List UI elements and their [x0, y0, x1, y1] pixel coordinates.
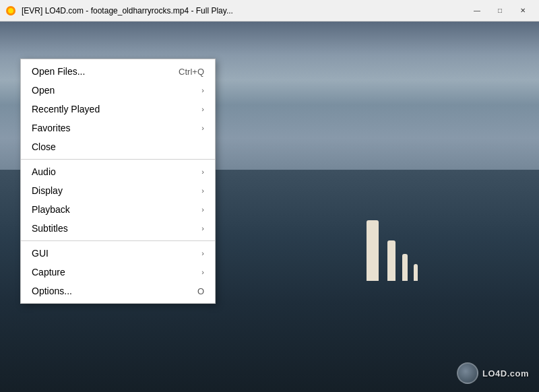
- menu-item-display[interactable]: Display›: [21, 181, 215, 200]
- menu-item-arrow: ›: [201, 124, 204, 132]
- watermark-text: LO4D.com: [482, 368, 529, 379]
- menu-item-label: Open Files...: [32, 66, 152, 77]
- menu-group-2: Audio›Display›Playback›Subtitles›: [21, 162, 215, 238]
- video-rocks: [367, 220, 418, 281]
- rock-4: [414, 264, 418, 281]
- menu-item-label: Close: [32, 141, 204, 152]
- menu-item-arrow: ›: [201, 205, 204, 214]
- menu-item-options---[interactable]: Options...O: [21, 282, 215, 300]
- window-title: [EVR] LO4D.com - footage_oldharryrocks.m…: [22, 6, 466, 15]
- menu-item-open[interactable]: Open›: [21, 81, 215, 100]
- menu-group-3: GUI›Capture›Options...O: [21, 244, 215, 300]
- menu-item-gui[interactable]: GUI›: [21, 244, 215, 263]
- menu-item-label: Subtitles: [32, 223, 188, 234]
- close-button[interactable]: ✕: [512, 4, 534, 18]
- menu-item-capture[interactable]: Capture›: [21, 263, 215, 282]
- menu-item-label: Display: [32, 185, 188, 196]
- app-icon: [5, 5, 16, 16]
- maximize-button[interactable]: □: [489, 4, 511, 18]
- menu-item-label: GUI: [32, 248, 188, 259]
- menu-item-subtitles[interactable]: Subtitles›: [21, 219, 215, 238]
- menu-item-label: Options...: [32, 286, 170, 296]
- menu-item-label: Favorites: [32, 123, 188, 133]
- menu-item-label: Audio: [32, 166, 188, 177]
- menu-item-label: Open: [32, 85, 188, 96]
- watermark: LO4D.com: [457, 362, 529, 384]
- rock-3: [402, 254, 408, 281]
- menu-item-close[interactable]: Close: [21, 137, 215, 156]
- svg-point-1: [8, 8, 13, 13]
- menu-item-shortcut: Ctrl+Q: [179, 67, 204, 77]
- menu-item-label: Capture: [32, 267, 188, 277]
- rock-2: [387, 240, 395, 281]
- menu-item-arrow: ›: [201, 224, 204, 232]
- minimize-button[interactable]: —: [466, 4, 488, 18]
- menu-item-arrow: ›: [201, 86, 204, 94]
- menu-item-shortcut: O: [197, 286, 204, 296]
- menu-divider-1: [21, 159, 215, 160]
- menu-item-arrow: ›: [201, 268, 204, 276]
- menu-item-arrow: ›: [201, 168, 204, 176]
- menu-item-audio[interactable]: Audio›: [21, 162, 215, 181]
- window-controls: — □ ✕: [466, 4, 534, 18]
- menu-item-open-files---[interactable]: Open Files...Ctrl+Q: [21, 62, 215, 81]
- menu-item-label: Recently Played: [32, 104, 188, 115]
- menu-divider-2: [21, 240, 215, 241]
- menu-item-playback[interactable]: Playback›: [21, 200, 215, 219]
- watermark-logo: [457, 362, 478, 384]
- menu-item-arrow: ›: [201, 187, 204, 195]
- menu-item-arrow: ›: [201, 105, 204, 113]
- menu-item-favorites[interactable]: Favorites›: [21, 119, 215, 137]
- menu-group-1: Open Files...Ctrl+QOpen›Recently Played›…: [21, 62, 215, 156]
- menu-item-recently-played[interactable]: Recently Played›: [21, 100, 215, 119]
- titlebar: [EVR] LO4D.com - footage_oldharryrocks.m…: [0, 0, 539, 22]
- menu-item-arrow: ›: [201, 249, 204, 257]
- rock-1: [367, 220, 379, 281]
- menu-item-label: Playback: [32, 204, 188, 215]
- context-menu: Open Files...Ctrl+QOpen›Recently Played›…: [20, 59, 216, 304]
- video-player: LO4D.com Open Files...Ctrl+QOpen›Recentl…: [0, 22, 539, 392]
